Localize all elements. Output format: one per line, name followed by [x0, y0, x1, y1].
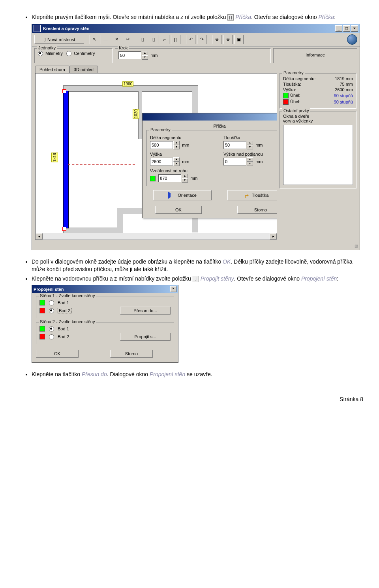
- zoom-fit-button[interactable]: ▣: [234, 35, 244, 44]
- stena2-fieldset: Stěna 2 - Zvolte konec stěny Bod 1 Bod 2: [36, 322, 174, 344]
- instruction-4: Klepněte na tlačítko Přesun do. Dialogov…: [32, 371, 363, 379]
- zoom-out-button[interactable]: ⊖: [223, 35, 233, 44]
- angle2-swatch: [283, 99, 289, 105]
- krok-fieldset: Krok ▲▼ mm: [115, 48, 271, 63]
- parametry-fieldset: Parametry Délka segmentu:1819 mm Tloušťk…: [280, 73, 356, 109]
- scroll-left[interactable]: ◂: [36, 233, 43, 239]
- radio-milimetry[interactable]: [38, 51, 43, 56]
- zoom-in-button[interactable]: ⊕: [212, 35, 221, 44]
- input-tloustka[interactable]: [223, 141, 246, 149]
- tab-3d-nahled[interactable]: 3D náhled: [69, 66, 98, 73]
- s1-radio-bod1[interactable]: [49, 300, 54, 305]
- pricka-ok-button[interactable]: OK: [155, 206, 202, 214]
- item-okna-dvere[interactable]: Okna a dveře: [283, 114, 353, 119]
- cut-tool[interactable]: ✕: [112, 35, 121, 44]
- s2-bod1-swatch: [39, 326, 45, 332]
- wall-tool-2[interactable]: ⌷: [149, 35, 158, 44]
- propojeni-close-button[interactable]: ×: [170, 286, 176, 292]
- krok-down[interactable]: ▼: [142, 55, 148, 60]
- page-footer: Stránka 8: [16, 380, 363, 402]
- orientace-button[interactable]: Orientace: [153, 190, 212, 200]
- window-titlebar: Kreslení a úpravy stěn _ □ ×: [32, 24, 360, 33]
- krok-up[interactable]: ▲: [142, 51, 148, 55]
- pricka-params-legend: Parametry: [149, 127, 172, 132]
- informace-header: Informace: [277, 53, 354, 59]
- window-title: Kreslení a úpravy stěn: [43, 26, 89, 31]
- propojit-s-button[interactable]: Propojit s...: [120, 333, 171, 341]
- maximize-button[interactable]: □: [343, 25, 350, 32]
- pricka-dialog: × Příčka Parametry Délka segmentu ▲▼ mm: [142, 113, 277, 218]
- s2-label-bod1: Bod 1: [58, 326, 69, 331]
- radio-centimetry[interactable]: [66, 51, 71, 56]
- s1-bod2-swatch: [39, 308, 45, 313]
- tab-pohled-shora[interactable]: Pohled shora: [35, 66, 69, 73]
- s2-radio-bod1[interactable]: [49, 326, 54, 332]
- instruction-3: Klepněte na vodorovnou příčku a z místní…: [32, 275, 363, 283]
- scissors-tool[interactable]: ✂: [123, 35, 132, 44]
- document-icon: ▯: [43, 37, 46, 42]
- label-milimetry: Milimetry: [45, 51, 63, 56]
- wall-handle-top[interactable]: [62, 89, 66, 93]
- elements-list[interactable]: [283, 125, 353, 185]
- jednotky-fieldset: Jednotky Milimetry Centimetry: [34, 48, 113, 63]
- krok-input[interactable]: [118, 51, 141, 59]
- swap-icon: [245, 193, 250, 197]
- arrow-icon: [168, 192, 176, 199]
- scroll-right[interactable]: ▸: [270, 233, 277, 239]
- wall-handle-bottom[interactable]: [62, 227, 66, 231]
- krok-unit: mm: [150, 53, 158, 58]
- s1-radio-bod2[interactable]: [49, 308, 54, 313]
- s2-label-bod2: Bod 2: [58, 334, 69, 339]
- help-button[interactable]: [347, 34, 357, 45]
- dim-1960: 1960: [122, 81, 133, 87]
- propojeni-title: Propojení stěn: [34, 287, 64, 292]
- presun-do-button[interactable]: Přesun do...: [120, 307, 171, 315]
- profile-tool[interactable]: ∏: [171, 35, 180, 44]
- pricka-storno-button[interactable]: Storno: [237, 206, 277, 214]
- input-delka[interactable]: [150, 141, 173, 149]
- label-tloustka: Tloušťka: [223, 135, 277, 140]
- minimize-button[interactable]: _: [335, 25, 342, 32]
- pricka-menu-icon: ∏: [227, 14, 234, 21]
- propojeni-storno-button[interactable]: Storno: [110, 350, 153, 358]
- pricka-dashed: [68, 164, 135, 165]
- input-vyska[interactable]: [150, 158, 173, 166]
- undo-button[interactable]: ↶: [186, 35, 195, 44]
- resize-grip[interactable]: ▨: [32, 243, 360, 250]
- corner-color-swatch[interactable]: [150, 176, 156, 181]
- label-delka: Délka segmentu: [150, 135, 216, 140]
- main-toolbar: ▯ Nová místnost ↖ — ✕ ✂ ⌷ ⌷ ⌐ ∏ ↶ ↷ ⊕ ⊖ …: [32, 33, 360, 47]
- line-tool[interactable]: —: [101, 35, 110, 44]
- h-scrollbar[interactable]: ◂ ▸: [36, 233, 277, 239]
- tloustka-button[interactable]: Tloušťka: [227, 190, 277, 200]
- stena1-fieldset: Stěna 1 - Zvolte konec stěny Bod 1 Bod 2: [36, 296, 174, 318]
- propojeni-sten-dialog: Propojení stěn × Stěna 1 - Zvolte konec …: [32, 285, 178, 363]
- kresleni-window: Kreslení a úpravy stěn _ □ × ▯ Nová míst…: [32, 24, 360, 250]
- label-vzdal: Vzdálenost od rohu: [150, 168, 277, 173]
- floorplan-canvas[interactable]: 1960 1020 1819 830 × Příčka Parametry Dé…: [35, 73, 277, 240]
- dim-1819: 1819: [51, 153, 58, 162]
- corner-tool[interactable]: ⌐: [160, 35, 169, 44]
- jednotky-legend: Jednotky: [37, 45, 57, 50]
- propojit-steny-icon: ⌋: [193, 276, 199, 282]
- s2-bod2-swatch: [39, 334, 45, 339]
- selected-wall[interactable]: [63, 91, 69, 228]
- redo-button[interactable]: ↷: [197, 35, 206, 44]
- label-nadpodl: Výška nad podlahou: [223, 152, 277, 156]
- propojeni-ok-button[interactable]: OK: [36, 350, 79, 358]
- input-vzdal[interactable]: [158, 174, 181, 182]
- s2-radio-bod2[interactable]: [49, 334, 54, 339]
- instruction-1: Klepněte pravým tlačítkem myši. Otevře s…: [32, 13, 363, 21]
- nova-mistnost-button[interactable]: ▯ Nová místnost: [34, 35, 84, 44]
- input-nadpodl[interactable]: [223, 158, 246, 166]
- ostatni-legend: Ostatní prvky: [282, 108, 310, 113]
- dim-1020: 1020: [133, 109, 139, 119]
- ostatni-fieldset: Ostatní prvky Okna a dveře vory a výklen…: [280, 111, 356, 188]
- s1-bod1-swatch: [39, 300, 45, 305]
- cursor-tool[interactable]: ↖: [90, 35, 99, 44]
- close-button[interactable]: ×: [351, 25, 358, 32]
- stena2-legend: Stěna 2 - Zvolte konec stěny: [39, 319, 96, 324]
- wall-tool-1[interactable]: ⌷: [138, 35, 147, 44]
- item-vory-vyklenky[interactable]: vory a výklenky: [283, 119, 353, 123]
- s1-label-bod1: Bod 1: [58, 300, 69, 305]
